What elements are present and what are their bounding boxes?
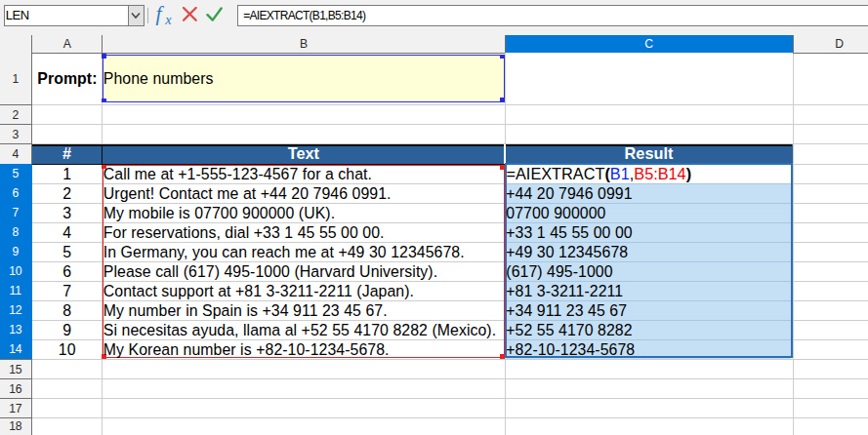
svg-text:f: f <box>156 3 165 25</box>
svg-text:x: x <box>164 12 172 27</box>
